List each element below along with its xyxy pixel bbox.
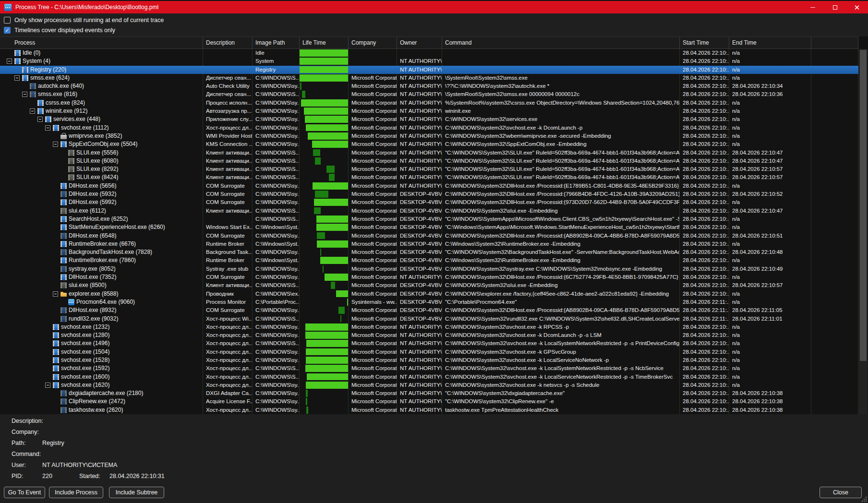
table-row-dllhost-exe-8932-[interactable]: DllHost.exe (8932)COM SurrogateC:\WINDOW…: [0, 306, 858, 314]
table-row-slui-exe-8424-[interactable]: SLUI.exe (8424)Клиент активаци...C:\WIND…: [0, 173, 858, 181]
close-button[interactable]: Close: [820, 487, 862, 498]
column-header-process[interactable]: Process: [0, 37, 203, 48]
column-header-life-time[interactable]: Life Time: [300, 37, 349, 48]
collapse-expander-icon[interactable]: [14, 75, 20, 81]
table-row-slui-exe-5556-[interactable]: SLUI.exe (5556)Клиент активаци...C:\WIND…: [0, 149, 858, 157]
command-cell: C:\WINDOWS\System32\svchost.exe -k Local…: [442, 339, 680, 347]
start-time-cell: 28.04.2026 22:10:...: [680, 90, 729, 98]
process-name: svchost.exe (1620): [61, 381, 109, 389]
column-header-owner[interactable]: Owner: [397, 37, 442, 48]
app-process-icon: [60, 183, 67, 189]
table-row-wmiprvse-exe-3852-[interactable]: wmiprvse.exe (3852)WMI Provider HostC:\W…: [0, 132, 858, 140]
life-time-bar: [316, 224, 348, 231]
column-header-end-time[interactable]: End Time: [729, 37, 811, 48]
maximize-button[interactable]: [824, 1, 846, 13]
company-cell: Microsoft Corporat...: [349, 223, 397, 231]
table-row-svchost-exe-1528-[interactable]: svchost.exe (1528)Хост-процесс дл...C:\W…: [0, 356, 858, 364]
collapse-expander-icon[interactable]: [22, 92, 27, 97]
column-header-start-time[interactable]: Start Time: [680, 37, 729, 48]
resize-grip-icon[interactable]: [861, 496, 867, 502]
table-row-idle-0-[interactable]: Idle (0)Idle28.04.2026 22:10:...n/a: [0, 49, 858, 57]
table-row-dllhost-exe-5932-[interactable]: DllHost.exe (5932)COM SurrogateC:\WINDOW…: [0, 190, 858, 198]
column-header-company[interactable]: Company: [349, 37, 397, 48]
collapse-expander-icon[interactable]: [37, 117, 43, 122]
app-process-icon: [30, 91, 36, 97]
life-time-bar: [314, 207, 321, 215]
column-header-filler[interactable]: [811, 37, 858, 48]
table-row-smss-exe-816-[interactable]: smss.exe (816)Диспетчер сеан...C:\WINDOW…: [0, 90, 858, 98]
table-row-svchost-exe-1112-[interactable]: svchost.exe (1112)Хост-процесс дл...C:\W…: [0, 124, 858, 132]
table-row-runtimebroker-exe-6676-[interactable]: RuntimeBroker.exe (6676)Runtime BrokerC:…: [0, 240, 858, 248]
life-time-cell: [300, 248, 349, 256]
table-row-slui-exe-8500-[interactable]: slui.exe (8500)Клиент активаци...C:\WIND…: [0, 281, 858, 289]
table-row-taskhostw-exe-2620-[interactable]: taskhostw.exe (2620)Хост-процесс дл...C:…: [0, 406, 858, 414]
collapse-expander-icon[interactable]: [45, 383, 50, 388]
checkbox-timelines[interactable]: ✓: [4, 27, 11, 34]
table-row-startmenuexperiencehost-exe-6260-[interactable]: StartMenuExperienceHost.exe (6260)Window…: [0, 223, 858, 231]
table-row-smss-exe-624-[interactable]: smss.exe (624)Диспетчер сеан...C:\WINDOW…: [0, 74, 858, 82]
table-row-dllhost-exe-6548-[interactable]: DllHost.exe (6548)COM SurrogateC:\WINDOW…: [0, 232, 858, 240]
title-bar[interactable]: Process Tree - C:\Users\Misferado\Deskto…: [0, 1, 868, 13]
table-row-systray-exe-8052-[interactable]: systray.exe (8052)Systray .exe stubC:\WI…: [0, 265, 858, 273]
life-time-bar: [305, 323, 348, 331]
include-process-button[interactable]: Include Process: [49, 487, 103, 498]
table-row-slui-exe-6112-[interactable]: slui.exe (6112)Клиент активаци...C:\WIND…: [0, 207, 858, 215]
table-row-services-exe-448-[interactable]: services.exe (448)Приложение слу...C:\WI…: [0, 115, 858, 123]
command-cell: C:\WINDOWS\system32\DllHost.exe /Process…: [442, 232, 680, 240]
scrollbar-thumb[interactable]: [860, 50, 867, 361]
table-row-sppextcomobj-exe-5504-[interactable]: SppExtComObj.exe (5504)KMS Connection ..…: [0, 140, 858, 148]
table-row-svchost-exe-1600-[interactable]: svchost.exe (1600)Хост-процесс дл...C:\W…: [0, 373, 858, 381]
table-row-explorer-exe-8588-[interactable]: explorer.exe (8588)ПроводникC:\WINDOWS\e…: [0, 290, 858, 298]
table-row-svchost-exe-1232-[interactable]: svchost.exe (1232)Хост-процесс дл...C:\W…: [0, 323, 858, 331]
table-row-svchost-exe-1592-[interactable]: svchost.exe (1592)Хост-процесс дл...C:\W…: [0, 364, 858, 372]
table-row-rundll32-exe-9032-[interactable]: rundll32.exe (9032)Хост-процесс Wi...C:\…: [0, 315, 858, 323]
table-row-registry-220-[interactable]: Registry (220)RegistryNT AUTHORITY\...28…: [0, 66, 858, 74]
go-to-event-button[interactable]: Go To Event: [4, 487, 45, 498]
table-row-svchost-exe-1280-[interactable]: svchost.exe (1280)Хост-процесс дл...C:\W…: [0, 331, 858, 339]
table-row-searchhost-exe-6252-[interactable]: SearchHost.exe (6252)C:\WINDOWS\S...Micr…: [0, 215, 858, 223]
table-row-svchost-exe-1496-[interactable]: svchost.exe (1496)Хост-процесс дл...C:\W…: [0, 339, 858, 347]
table-row-wininit-exe-912-[interactable]: wininit.exe (912)Автозагрузка пр...C:\WI…: [0, 107, 858, 115]
column-header-image-path[interactable]: Image Path: [253, 37, 300, 48]
table-row-system-4-[interactable]: System (4)SystemNT AUTHORITY\...28.04.20…: [0, 57, 858, 65]
owner-cell: NT AUTHORITY\...: [397, 339, 442, 347]
table-row-svchost-exe-1504-[interactable]: svchost.exe (1504)Хост-процесс дл...C:\W…: [0, 348, 858, 356]
table-row-dxgiadaptercache-exe-2180-[interactable]: dxgiadaptercache.exe (2180)DXGI Adapter …: [0, 389, 858, 397]
option-timelines[interactable]: ✓ Timelines cover displayed events only: [4, 26, 115, 34]
process-name: DllHost.exe (5932): [69, 190, 116, 198]
collapse-expander-icon[interactable]: [53, 291, 58, 297]
life-time-cell: [300, 240, 349, 248]
collapse-expander-icon[interactable]: [30, 108, 35, 114]
start-time-cell: 28.04.2026 22:10:...: [680, 389, 729, 397]
column-header-command[interactable]: Command: [442, 37, 680, 48]
company-cell: Microsoft Corporat...: [349, 90, 397, 98]
close-window-button[interactable]: ✕: [846, 1, 868, 13]
option-only-running[interactable]: Only show processes still running at end…: [4, 16, 164, 24]
table-row-slui-exe-6080-[interactable]: SLUI.exe (6080)Клиент активаци...C:\WIND…: [0, 157, 858, 165]
collapse-expander-icon[interactable]: [53, 142, 58, 147]
table-row-procmon64-exe-9060-[interactable]: Procmon64.exe (9060)Process MonitorC:\Po…: [0, 298, 858, 306]
checkbox-only-running[interactable]: [4, 17, 11, 24]
table-row-dllhost-exe-7352-[interactable]: DllHost.exe (7352)COM SurrogateC:\WINDOW…: [0, 273, 858, 281]
vertical-scrollbar[interactable]: [859, 49, 868, 414]
collapse-expander-icon[interactable]: [45, 125, 50, 131]
table-row-slui-exe-8292-[interactable]: SLUI.exe (8292)Клиент активаци...C:\WIND…: [0, 165, 858, 173]
table-row-cliprenew-exe-2472-[interactable]: ClipRenew.exe (2472)Acquire License F...…: [0, 397, 858, 406]
minimize-button[interactable]: [802, 1, 824, 13]
company-cell: Sysinternals - ww...: [349, 298, 397, 306]
user-label: User:: [12, 462, 26, 468]
process-name: SLUI.exe (5556): [76, 149, 118, 157]
table-row-csrss-exe-824-[interactable]: csrss.exe (824)Процесс исполн...C:\WINDO…: [0, 99, 858, 107]
table-row-autochk-exe-640-[interactable]: autochk.exe (640)Auto Check UtilityC:\WI…: [0, 82, 858, 90]
filler-cell: [811, 149, 858, 157]
collapse-expander-icon[interactable]: [7, 59, 12, 64]
table-row-dllhost-exe-5992-[interactable]: DllHost.exe (5992)COM SurrogateC:\WINDOW…: [0, 198, 858, 206]
table-row-runtimebroker-exe-7860-[interactable]: RuntimeBroker.exe (7860)Runtime BrokerC:…: [0, 256, 858, 264]
table-row-svchost-exe-1620-[interactable]: svchost.exe (1620)Хост-процесс дл...C:\W…: [0, 381, 858, 389]
command-cell: [442, 66, 680, 74]
include-subtree-button[interactable]: Include Subtree: [109, 487, 164, 498]
table-row-backgroundtaskhost-exe-7828-[interactable]: BackgroundTaskHost.exe (7828)Background …: [0, 248, 858, 256]
process-cell: svchost.exe (1504): [0, 348, 203, 356]
table-row-dllhost-exe-5656-[interactable]: DllHost.exe (5656)COM SurrogateC:\WINDOW…: [0, 182, 858, 190]
column-header-description[interactable]: Description: [203, 37, 253, 48]
